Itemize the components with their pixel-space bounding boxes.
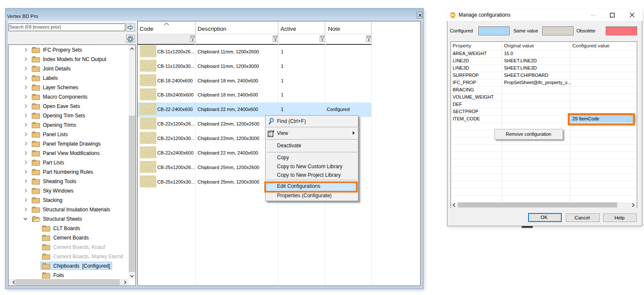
svg-text:BD: BD xyxy=(451,14,455,17)
